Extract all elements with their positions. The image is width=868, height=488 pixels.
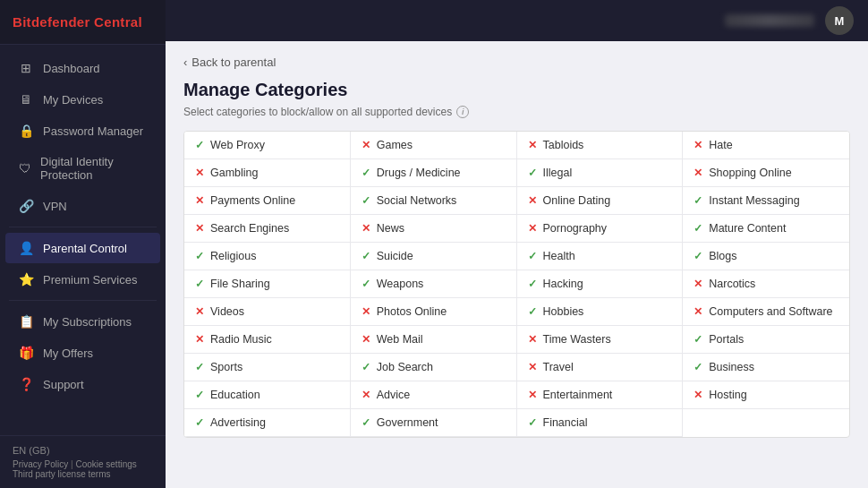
category-item[interactable]: ✓Education	[184, 381, 351, 409]
category-status-icon: ✓	[528, 167, 537, 179]
category-item[interactable]: ✓Social Networks	[351, 187, 517, 215]
category-status-icon: ✓	[195, 139, 204, 151]
category-item[interactable]: ✓Weapons	[351, 270, 517, 298]
category-status-icon: ✓	[362, 278, 370, 290]
category-item[interactable]: ✓File Sharing	[184, 270, 351, 298]
category-status-icon: ✕	[528, 389, 537, 401]
category-status-icon: ✓	[195, 416, 204, 429]
category-name: Hacking	[543, 278, 583, 290]
category-item[interactable]: ✕Hate	[683, 132, 849, 159]
category-name: Computers and Software	[709, 305, 832, 318]
category-status-icon: ✓	[694, 250, 702, 262]
category-item[interactable]: ✕News	[351, 215, 517, 243]
category-item[interactable]: ✓Job Search	[351, 354, 517, 381]
category-item[interactable]: ✕Games	[351, 132, 517, 159]
sidebar-item-vpn[interactable]: 🔗VPN	[5, 191, 160, 221]
category-status-icon: ✕	[694, 278, 702, 290]
category-name: Suicide	[377, 250, 413, 262]
privacy-policy-link[interactable]: Privacy Policy	[13, 459, 68, 469]
sidebar-item-label: VPN	[43, 200, 67, 213]
category-item[interactable]: ✓Blogs	[683, 243, 849, 270]
category-item[interactable]: ✓Advertising	[184, 409, 351, 437]
my-devices-icon: 🖥	[18, 92, 34, 107]
category-name: Religious	[210, 250, 256, 262]
category-status-icon: ✕	[195, 305, 204, 318]
sidebar-item-parental-control[interactable]: 👤Parental Control	[5, 233, 160, 263]
category-item[interactable]: ✓Mature Content	[683, 215, 849, 243]
category-item[interactable]: ✕Videos	[184, 298, 351, 326]
category-item[interactable]: ✓Financial	[517, 409, 684, 437]
sidebar-item-my-offers[interactable]: 🎁My Offers	[5, 338, 160, 368]
category-name: Drugs / Medicine	[377, 167, 461, 179]
category-name: Online Dating	[543, 194, 611, 207]
category-status-icon: ✓	[528, 250, 537, 262]
category-item[interactable]: ✓Portals	[683, 326, 849, 354]
category-item[interactable]: ✓Drugs / Medicine	[351, 159, 517, 187]
category-item[interactable]: ✕Advice	[351, 381, 517, 409]
category-item[interactable]: ✓Hacking	[517, 270, 684, 298]
category-item[interactable]: ✕Entertainment	[517, 381, 684, 409]
category-name: Travel	[543, 361, 574, 373]
category-item[interactable]: ✓Illegal	[517, 159, 684, 187]
category-item[interactable]: ✕Online Dating	[517, 187, 684, 215]
category-item[interactable]: ✓Web Proxy	[184, 132, 351, 159]
sidebar-logo: Bitdefender Central	[0, 0, 166, 45]
category-item[interactable]: ✓Sports	[184, 354, 351, 381]
sidebar-item-label: My Devices	[43, 93, 103, 107]
category-name: Hobbies	[543, 305, 584, 318]
category-item[interactable]: ✓Suicide	[351, 243, 517, 270]
sidebar-item-label: My Offers	[43, 347, 93, 360]
info-icon[interactable]: i	[456, 106, 469, 118]
category-item[interactable]: ✓Instant Messaging	[683, 187, 849, 215]
category-status-icon: ✕	[362, 389, 370, 401]
category-name: Instant Messaging	[709, 194, 799, 207]
category-item[interactable]: ✓Hobbies	[517, 298, 684, 326]
category-status-icon: ✕	[694, 167, 702, 179]
category-item[interactable]: ✕Photos Online	[351, 298, 517, 326]
category-item[interactable]: ✓Business	[683, 354, 849, 381]
cookie-settings-link[interactable]: Cookie settings	[75, 459, 136, 469]
dashboard-icon: ⊞	[18, 61, 34, 75]
category-name: Health	[543, 250, 575, 262]
back-to-parental-link[interactable]: ‹ Back to parental	[183, 56, 850, 69]
category-item[interactable]: ✕Web Mail	[351, 326, 517, 354]
sidebar-item-support[interactable]: ❓Support	[5, 369, 160, 399]
category-item[interactable]: ✕Tabloids	[517, 132, 684, 159]
sidebar-item-dashboard[interactable]: ⊞Dashboard	[5, 53, 160, 83]
my-offers-icon: 🎁	[18, 346, 34, 360]
sidebar-item-password-manager[interactable]: 🔒Password Manager	[5, 116, 160, 146]
sidebar-item-premium-services[interactable]: ⭐Premium Services	[5, 264, 160, 295]
category-item[interactable]: ✕Gambling	[184, 159, 351, 187]
category-item[interactable]: ✕Pornography	[517, 215, 684, 243]
category-item[interactable]: ✕Time Wasters	[517, 326, 684, 354]
category-name: Mature Content	[709, 222, 786, 235]
category-item[interactable]: ✕Travel	[517, 354, 684, 381]
category-name: Search Engines	[210, 222, 289, 235]
category-item[interactable]: ✕Radio Music	[184, 326, 351, 354]
category-item[interactable]: ✕Narcotics	[683, 270, 849, 298]
sidebar-item-my-devices[interactable]: 🖥My Devices	[5, 84, 160, 115]
category-item[interactable]: ✕Computers and Software	[683, 298, 849, 326]
category-item[interactable]: ✕Payments Online	[184, 187, 351, 215]
category-item[interactable]: ✓Government	[351, 409, 517, 437]
category-name: Financial	[543, 416, 588, 429]
third-party-license-link[interactable]: Third party license terms	[13, 469, 110, 479]
sidebar-item-digital-identity[interactable]: 🛡Digital Identity Protection	[5, 147, 160, 190]
categories-grid: ✓Web Proxy✕Games✕Tabloids✕Hate✕Gambling✓…	[183, 131, 850, 438]
category-name: News	[377, 222, 404, 235]
sidebar-item-my-subscriptions[interactable]: 📋My Subscriptions	[5, 306, 160, 337]
user-avatar[interactable]: M	[825, 6, 854, 35]
page-subtitle: Select categories to block/allow on all …	[183, 106, 850, 118]
parental-control-icon: 👤	[18, 241, 34, 255]
category-name: Social Networks	[377, 194, 457, 207]
category-item[interactable]: ✓Health	[517, 243, 684, 270]
category-item[interactable]: ✓Religious	[184, 243, 351, 270]
category-item[interactable]: ✕Hosting	[683, 381, 849, 409]
category-item[interactable]: ✕Search Engines	[184, 215, 351, 243]
category-item[interactable]: ✕Shopping Online	[683, 159, 849, 187]
sidebar-item-label: Parental Control	[43, 242, 127, 255]
category-status-icon: ✕	[195, 222, 204, 235]
my-subscriptions-icon: 📋	[18, 314, 34, 329]
category-status-icon: ✓	[195, 278, 204, 290]
category-status-icon: ✓	[362, 250, 370, 262]
